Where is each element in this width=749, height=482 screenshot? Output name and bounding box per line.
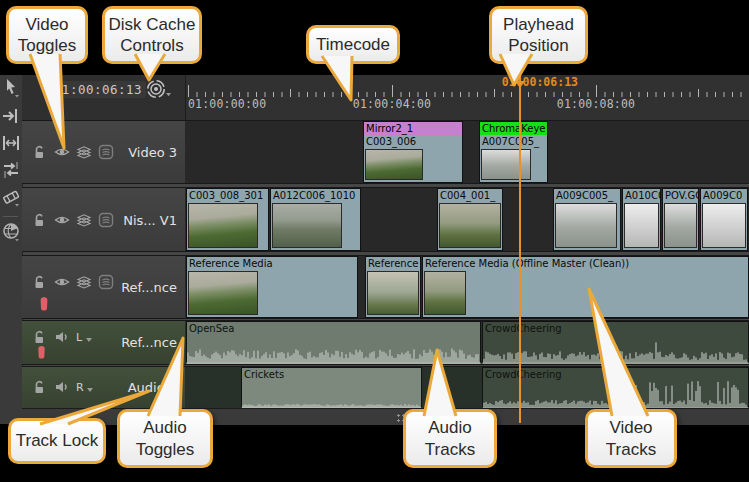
clip[interactable]: C004_001_ bbox=[437, 188, 503, 251]
clip-label: A009C005_ bbox=[554, 189, 620, 202]
clip-label: C003_008_301 bbox=[187, 189, 268, 202]
clip-thumbnail bbox=[555, 203, 617, 248]
effect-bar[interactable]: ChromaKeye bbox=[480, 122, 547, 135]
clip-label: A012C006_1010 bbox=[271, 189, 360, 202]
callout-audio-toggles: Audio Toggles bbox=[117, 409, 213, 468]
disk-cache-button[interactable] bbox=[144, 78, 172, 106]
clip[interactable]: Reference bbox=[365, 256, 421, 318]
eye-icon[interactable] bbox=[54, 144, 70, 160]
callout-playhead-position: Playhead Position bbox=[489, 6, 588, 64]
trim-icon[interactable] bbox=[2, 133, 20, 155]
clip-label: Reference bbox=[366, 257, 420, 270]
audio-clip[interactable]: Crickets bbox=[241, 367, 422, 409]
callout-text: Position bbox=[508, 35, 568, 56]
chevron-down-icon bbox=[86, 387, 94, 393]
callout-text: Timecode bbox=[316, 34, 390, 55]
track-header-video3[interactable]: Video 3 bbox=[22, 120, 185, 184]
timecode-ruler[interactable]: 01:00:00:00 01:00:04:00 01:00:08:00 01:0… bbox=[185, 75, 749, 120]
track-video3[interactable]: Mirror2_1 C003_006 ChromaKeye A007C005_ bbox=[185, 120, 749, 184]
track-audio2[interactable]: Crickets CrowdCheering bbox=[185, 366, 749, 410]
clip-thumbnail bbox=[188, 203, 258, 248]
track-name: Nis... V1 bbox=[123, 213, 177, 228]
clip[interactable]: A009C0 bbox=[700, 188, 748, 251]
track-name: Ref...nce bbox=[121, 335, 177, 350]
callout-audio-tracks: Audio Tracks bbox=[403, 409, 497, 468]
audio-clip[interactable]: CrowdCheering bbox=[482, 367, 749, 409]
eye-icon[interactable] bbox=[54, 274, 70, 290]
callout-text: Toggles bbox=[136, 439, 195, 460]
track-header-reference-video[interactable]: Ref...nce bbox=[22, 255, 185, 319]
audio-clip[interactable]: CrowdCheering bbox=[482, 321, 749, 364]
timeline-tool-palette bbox=[0, 75, 23, 424]
callout-text: Controls bbox=[120, 35, 183, 56]
clip[interactable]: A012C006_1010 bbox=[270, 188, 361, 251]
track-reference-audio[interactable]: OpenSea CrowdCheering bbox=[185, 320, 749, 365]
ruler-label: 01:00:00:00 bbox=[188, 97, 268, 111]
segment-icon[interactable] bbox=[2, 187, 20, 209]
clip-label: C004_001_ bbox=[438, 189, 502, 202]
lock-icon[interactable] bbox=[32, 379, 48, 395]
monitor-icon[interactable] bbox=[98, 144, 114, 160]
clip[interactable]: POV.GO bbox=[662, 188, 699, 251]
clip-label: Reference Media (Offline Master (Clean)) bbox=[423, 257, 748, 270]
globe-icon[interactable] bbox=[2, 221, 20, 243]
monitor-icon[interactable] bbox=[98, 212, 114, 228]
clip-thumbnail bbox=[272, 203, 342, 248]
eye-icon[interactable] bbox=[54, 212, 70, 228]
app-window: 01:00:06:13 01:00:00:00 01:00:04:00 01:0… bbox=[0, 0, 749, 482]
extend-arrow-icon[interactable] bbox=[2, 106, 20, 128]
clip[interactable]: C003_008_301 bbox=[186, 188, 269, 251]
tool-separator bbox=[3, 216, 18, 217]
clip-thumbnail bbox=[439, 203, 501, 248]
waveform bbox=[242, 399, 421, 407]
speaker-icon[interactable] bbox=[54, 329, 70, 345]
waveform bbox=[187, 346, 480, 362]
cursor-icon[interactable] bbox=[2, 78, 20, 100]
callout-text: Tracks bbox=[606, 439, 656, 460]
clip[interactable]: Mirror2_1 C003_006 bbox=[363, 121, 463, 183]
monitor-icon[interactable] bbox=[98, 274, 114, 290]
track-header-audio2[interactable]: R Audio 2 bbox=[22, 366, 185, 410]
effect-bar[interactable]: Mirror2_1 bbox=[364, 122, 462, 135]
tag-icon bbox=[36, 294, 52, 310]
clip-label: A007C005_ bbox=[480, 135, 547, 148]
layers-icon[interactable] bbox=[76, 212, 92, 228]
lock-icon[interactable] bbox=[32, 274, 48, 290]
slip-slide-icon[interactable] bbox=[2, 160, 20, 182]
speaker-icon[interactable] bbox=[54, 379, 70, 395]
channel-selector[interactable]: R bbox=[76, 381, 84, 394]
timeline-header: 01:00:06:13 01:00:00:00 01:00:04:00 01:0… bbox=[22, 75, 749, 121]
clip[interactable]: Reference Media (Offline Master (Clean)) bbox=[422, 256, 749, 318]
timecode-display[interactable]: 01:00:06:13 bbox=[50, 81, 146, 98]
clip[interactable]: A009C005_ bbox=[553, 188, 621, 251]
track-header-reference-audio[interactable]: L Ref...nce bbox=[22, 320, 185, 365]
callout-text: Audio bbox=[428, 417, 471, 438]
waveform bbox=[483, 328, 748, 362]
track-reference-video[interactable]: Reference Media Reference Reference Medi… bbox=[185, 255, 749, 319]
clip[interactable]: ChromaKeye A007C005_ bbox=[479, 121, 548, 183]
clip-thumbnail bbox=[481, 149, 531, 180]
clip-label: OpenSea bbox=[187, 322, 480, 335]
clip[interactable]: Reference Media bbox=[186, 256, 358, 318]
clip-label: A009C0 bbox=[701, 189, 747, 202]
lock-icon[interactable] bbox=[32, 144, 48, 160]
lock-icon[interactable] bbox=[32, 212, 48, 228]
clip-label: A010C0 bbox=[623, 189, 660, 202]
layers-icon[interactable] bbox=[76, 274, 92, 290]
channel-selector[interactable]: L bbox=[76, 331, 82, 344]
playhead[interactable] bbox=[519, 76, 521, 423]
track-name: Ref...nce bbox=[121, 280, 177, 295]
audio-clip[interactable]: OpenSea bbox=[186, 321, 481, 364]
callout-text: Track Lock bbox=[16, 430, 99, 451]
clip-label: Reference Media bbox=[187, 257, 357, 270]
clip[interactable]: A010C0 bbox=[622, 188, 661, 251]
callout-video-toggles: Video Toggles bbox=[6, 6, 88, 64]
callout-text: Toggles bbox=[18, 35, 77, 56]
ruler-label: 01:00:04:00 bbox=[352, 97, 432, 111]
clip-label: C003_006 bbox=[364, 135, 462, 148]
waveform bbox=[483, 377, 748, 407]
track-v1[interactable]: C003_008_301 A012C006_1010 C004_001_ A00… bbox=[185, 187, 749, 252]
callout-text: Audio bbox=[143, 417, 186, 438]
layers-icon[interactable] bbox=[76, 144, 92, 160]
track-header-v1[interactable]: Nis... V1 bbox=[22, 187, 185, 252]
